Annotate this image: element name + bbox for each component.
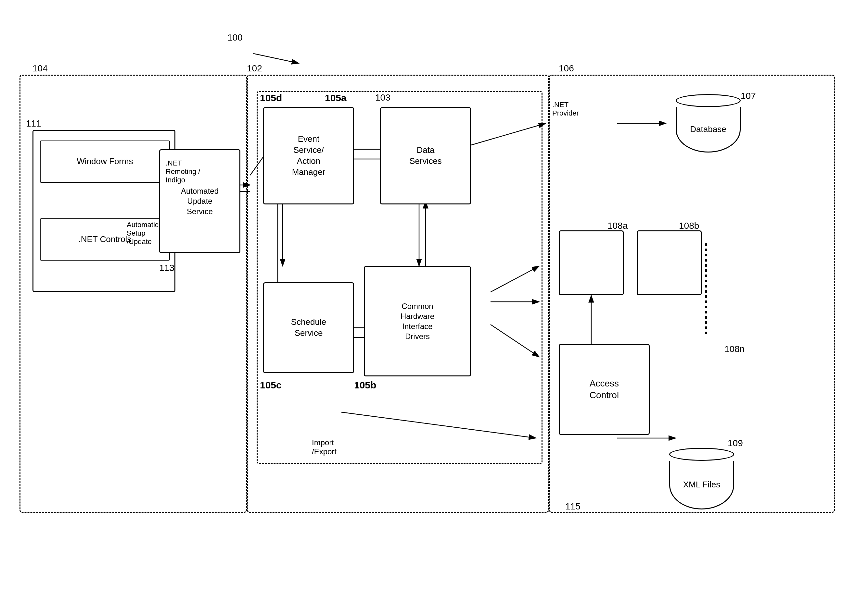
automatic-setup-label: AutomaticSetup/Update bbox=[127, 221, 158, 246]
window-forms-inner: Window Forms bbox=[40, 141, 170, 183]
schedule-service-box: ScheduleService bbox=[263, 282, 354, 373]
ref-111: 111 bbox=[26, 118, 41, 129]
ref-108b: 108b bbox=[679, 221, 699, 231]
ref-105d: 105d bbox=[260, 92, 282, 103]
access-control-label: AccessControl bbox=[590, 378, 619, 402]
ref-108n: 108n bbox=[724, 344, 745, 355]
data-services-box: DataServices bbox=[380, 107, 471, 205]
ref-107: 107 bbox=[741, 91, 756, 101]
ref-113: 113 bbox=[159, 263, 175, 273]
common-hardware-box: CommonHardwareInterfaceDrivers bbox=[364, 266, 471, 376]
import-export-label: Import/Export bbox=[312, 438, 336, 456]
database-cylinder: Database bbox=[676, 94, 741, 153]
net-controls-label: .NET Controls bbox=[79, 234, 132, 245]
ref-109: 109 bbox=[728, 438, 743, 448]
ref-106: 106 bbox=[559, 63, 574, 74]
ref-108a: 108a bbox=[608, 221, 628, 231]
ref-105c: 105c bbox=[260, 380, 282, 391]
diagram-container: 100 104 102 106 111 Window Forms .NET Co… bbox=[0, 0, 868, 600]
access-control-box: AccessControl bbox=[559, 344, 650, 435]
xml-files-label: XML Files bbox=[683, 480, 721, 490]
svg-line-2 bbox=[253, 53, 299, 63]
window-forms-label: Window Forms bbox=[77, 156, 133, 167]
database-label: Database bbox=[690, 124, 726, 134]
ref-105a: 105a bbox=[325, 92, 347, 103]
net-remoting-label: .NETRemoting /Indigo bbox=[166, 159, 200, 184]
ref-104: 104 bbox=[32, 63, 48, 74]
dotted-separator bbox=[705, 243, 707, 334]
data-services-label: DataServices bbox=[409, 145, 442, 167]
net-provider-label: .NETProvider bbox=[552, 101, 579, 117]
device-box-108b bbox=[637, 230, 702, 295]
event-service-label: EventService/ActionManager bbox=[292, 134, 325, 177]
ref-115: 115 bbox=[565, 502, 581, 512]
window-forms-box: Window Forms .NET Controls bbox=[32, 130, 175, 292]
ref-102: 102 bbox=[247, 63, 262, 74]
event-service-box: EventService/ActionManager bbox=[263, 107, 354, 205]
ref-105b: 105b bbox=[354, 380, 376, 391]
ref-103: 103 bbox=[375, 92, 391, 103]
ref-100: 100 bbox=[227, 32, 243, 43]
xml-cylinder: XML Files bbox=[669, 448, 734, 509]
common-hardware-label: CommonHardwareInterfaceDrivers bbox=[401, 301, 434, 342]
device-box-108a bbox=[559, 230, 624, 295]
automated-update-label: AutomatedUpdateService bbox=[181, 186, 219, 217]
schedule-service-label: ScheduleService bbox=[291, 317, 326, 339]
